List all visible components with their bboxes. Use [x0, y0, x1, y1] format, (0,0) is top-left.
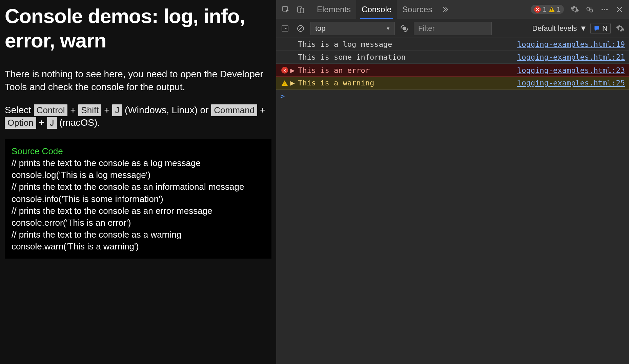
warning-badge-icon — [549, 7, 555, 12]
warning-icon — [280, 80, 289, 86]
plus: + — [101, 105, 112, 115]
svg-point-6 — [604, 9, 605, 10]
settings-icon[interactable] — [568, 3, 582, 16]
kbd-option: Option — [5, 117, 36, 129]
message-text: This is a log message — [280, 40, 517, 48]
console-message-warning[interactable]: ▶ This is a warning logging-examples.htm… — [276, 77, 629, 89]
console-settings-icon[interactable] — [614, 22, 626, 35]
svg-point-4 — [590, 9, 593, 12]
svg-point-3 — [587, 7, 590, 10]
disclosure-triangle-icon[interactable]: ▶ — [289, 79, 296, 87]
message-source-link[interactable]: logging-examples.html:23 — [517, 66, 625, 75]
chevron-down-icon: ▼ — [580, 24, 587, 33]
code-line: console.warn('This is a warning') — [12, 241, 265, 252]
message-text: This is a warning — [296, 79, 517, 87]
code-line: console.info('This is some information') — [12, 193, 265, 205]
plus: + — [67, 105, 78, 115]
console-message-info[interactable]: This is some information logging-example… — [276, 51, 629, 64]
sidebar-toggle-icon[interactable] — [279, 22, 291, 35]
console-toolbar: top Default levels ▼ N — [276, 19, 629, 38]
code-line: console.log('This is a log message') — [12, 169, 265, 181]
page-title: Console demos: log, info, error, warn — [5, 4, 271, 53]
error-warning-badges[interactable]: ✕ 1 1 — [531, 5, 564, 14]
levels-label: Default levels — [532, 24, 577, 33]
error-count: 1 — [543, 5, 547, 13]
message-source-link[interactable]: logging-examples.html:25 — [517, 79, 625, 87]
error-icon: ✕ — [280, 67, 289, 74]
source-code-block: Source Code // prints the text to the co… — [5, 139, 271, 259]
code-line: // prints the text to the console as a w… — [12, 229, 265, 241]
code-line: // prints the text to the console as a l… — [12, 157, 265, 169]
message-source-link[interactable]: logging-examples.html:19 — [517, 40, 625, 48]
devtools-tabbar: Elements Console Sources ✕ 1 1 — [276, 0, 629, 19]
more-tabs-icon[interactable] — [438, 3, 452, 16]
svg-rect-2 — [300, 8, 304, 13]
inspect-element-icon[interactable] — [279, 3, 292, 16]
kbd-j: J — [112, 104, 122, 116]
disclosure-triangle-icon[interactable]: ▶ — [289, 66, 296, 75]
svg-line-11 — [299, 26, 303, 31]
svg-rect-8 — [282, 26, 288, 31]
kbd-control: Control — [34, 104, 68, 116]
message-text: This is an error — [296, 66, 517, 75]
console-message-log[interactable]: This is a log message logging-examples.h… — [276, 38, 629, 51]
plus: + — [257, 105, 265, 115]
device-toolbar-icon[interactable] — [294, 3, 307, 16]
console-messages: This is a log message logging-examples.h… — [276, 38, 629, 364]
context-selector[interactable]: top — [310, 22, 395, 35]
kebab-menu-icon[interactable] — [598, 3, 611, 16]
console-prompt[interactable]: > — [276, 89, 629, 102]
experiment-icon[interactable] — [583, 3, 596, 16]
devtools-panel: Elements Console Sources ✕ 1 1 — [276, 0, 629, 364]
warning-count: 1 — [557, 5, 561, 13]
text: (Windows, Linux) or — [125, 105, 211, 115]
svg-point-5 — [602, 9, 603, 10]
log-levels-selector[interactable]: Default levels ▼ — [532, 24, 587, 33]
code-line: console.error('This is an error') — [12, 217, 265, 229]
issues-button[interactable]: N — [590, 23, 611, 34]
text: Select — [5, 105, 34, 115]
svg-point-7 — [606, 9, 608, 10]
page-keys: Select Control + Shift + J (Windows, Lin… — [5, 104, 271, 129]
page-content: Console demos: log, info, error, warn Th… — [0, 0, 276, 364]
message-source-link[interactable]: logging-examples.html:21 — [517, 53, 625, 61]
svg-point-12 — [403, 26, 406, 30]
clear-console-icon[interactable] — [295, 22, 307, 35]
live-expression-icon[interactable] — [398, 22, 410, 35]
plus: + — [36, 117, 47, 128]
tab-elements[interactable]: Elements — [311, 0, 356, 19]
tab-sources[interactable]: Sources — [397, 0, 438, 19]
kbd-shift: Shift — [78, 104, 101, 116]
filter-input[interactable] — [414, 22, 492, 35]
console-message-error[interactable]: ✕ ▶ This is an error logging-examples.ht… — [276, 64, 629, 77]
code-line: // prints the text to the console as an … — [12, 181, 265, 193]
context-value: top — [315, 24, 326, 33]
text: (macOS). — [59, 117, 100, 128]
prompt-chevron-icon: > — [280, 92, 285, 100]
close-devtools-icon[interactable] — [613, 3, 626, 16]
page-intro: There is nothing to see here, you need t… — [5, 68, 271, 94]
kbd-command: Command — [211, 104, 257, 116]
source-code-title: Source Code — [12, 145, 265, 157]
message-text: This is some information — [280, 53, 517, 61]
tab-console[interactable]: Console — [356, 0, 397, 19]
kbd-j2: J — [47, 117, 57, 129]
issues-label: N — [602, 24, 608, 33]
code-line: // prints the text to the console as an … — [12, 205, 265, 217]
error-badge-icon: ✕ — [534, 6, 541, 13]
